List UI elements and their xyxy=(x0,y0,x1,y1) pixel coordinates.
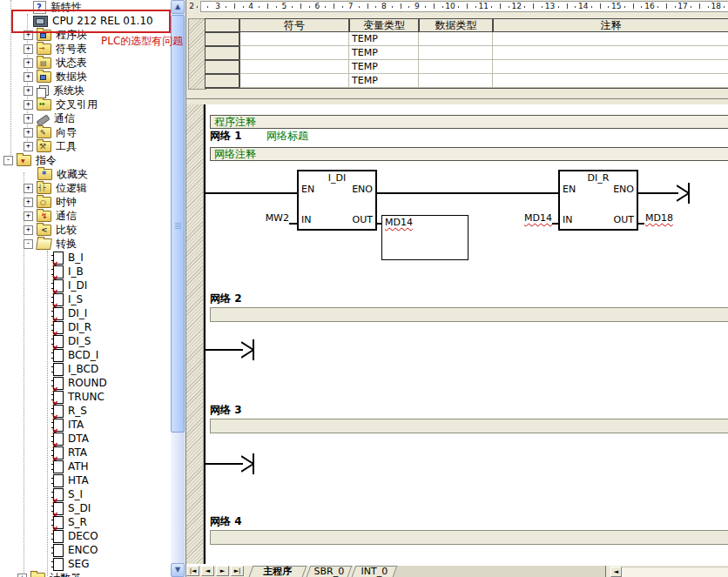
tree-item[interactable]: S_DI xyxy=(0,501,171,515)
expand-icon[interactable]: + xyxy=(24,128,33,138)
network-3-comment-bar[interactable] xyxy=(210,419,728,433)
tree-item[interactable]: S_R xyxy=(0,515,171,529)
tree-item[interactable]: +通信 xyxy=(0,209,171,223)
network-4-comment-bar[interactable] xyxy=(210,530,728,545)
tree-item[interactable]: I_BCD xyxy=(0,362,171,376)
network-4-label[interactable]: 网络 4 xyxy=(210,515,242,527)
table-cell[interactable] xyxy=(239,60,349,74)
function-block-i-di[interactable]: I_DI EN ENO IN OUT xyxy=(297,170,377,231)
table-cell[interactable] xyxy=(239,46,349,60)
tree-item[interactable]: TRUNC xyxy=(0,390,171,404)
tree-item[interactable]: ATH xyxy=(0,460,171,473)
tree-item[interactable]: +通信 xyxy=(0,111,171,125)
expand-icon[interactable]: + xyxy=(24,198,33,207)
tree-item[interactable]: HTA xyxy=(0,473,171,487)
table-row-header[interactable] xyxy=(205,46,239,60)
tree-item[interactable]: +工具 xyxy=(0,139,171,153)
operand-selection-box[interactable]: MD14 xyxy=(381,215,468,260)
tree-item[interactable]: +状态表 xyxy=(0,56,171,70)
function-block-di-r[interactable]: DI_R EN ENO IN OUT xyxy=(558,170,638,231)
tree-item[interactable]: ENCO xyxy=(0,543,171,557)
table-cell[interactable] xyxy=(493,74,728,88)
table-cell[interactable] xyxy=(493,60,728,74)
tree-item[interactable]: DTA xyxy=(0,432,171,446)
operand-md14[interactable]: MD14 xyxy=(385,218,413,228)
tree-item[interactable]: +位逻辑 xyxy=(0,181,171,195)
operand-md14[interactable]: MD14 xyxy=(523,213,552,224)
operand-md18[interactable]: MD18 xyxy=(645,213,673,224)
tree-item[interactable]: I_S xyxy=(0,292,171,306)
hscroll-left-icon[interactable]: ◄ xyxy=(610,567,622,577)
network-1-label[interactable]: 网络 1 xyxy=(210,130,242,142)
tree-item[interactable]: DI_I xyxy=(0,306,171,320)
collapse-icon[interactable]: - xyxy=(3,156,13,165)
tree-item[interactable]: RTA xyxy=(0,446,171,460)
tree-item[interactable]: DI_S xyxy=(0,334,171,348)
ladder-editor[interactable]: 程序注释 网络 1 网络标题 网络注释 I_DI EN ENO IN OUT M… xyxy=(185,104,728,564)
tree-item[interactable]: 收藏夹 xyxy=(0,167,171,181)
tree-item[interactable]: +数据块 xyxy=(0,70,171,84)
expand-icon[interactable]: + xyxy=(24,72,33,82)
tab-nav-next-button[interactable]: ► xyxy=(216,566,229,576)
table-cell[interactable]: TEMP xyxy=(349,74,419,88)
tab-INT_0[interactable]: INT_0 xyxy=(352,566,398,577)
expand-icon[interactable]: + xyxy=(24,225,33,235)
table-cell[interactable] xyxy=(419,46,493,60)
collapse-icon[interactable]: - xyxy=(24,239,33,249)
table-cell[interactable] xyxy=(239,32,349,46)
tree-item[interactable]: B_I xyxy=(0,251,171,265)
tab-SBR_0[interactable]: SBR_0 xyxy=(307,566,353,577)
tree-item[interactable]: +比较 xyxy=(0,223,171,237)
tree-item[interactable]: ROUND xyxy=(0,376,171,390)
table-cell[interactable] xyxy=(419,60,493,74)
table-cell[interactable] xyxy=(419,32,493,46)
expand-icon[interactable]: + xyxy=(24,114,33,124)
program-comment-box[interactable]: 程序注释 xyxy=(210,115,728,129)
scroll-down-icon[interactable]: ▼ xyxy=(171,563,185,577)
tree-item[interactable]: +系统块 xyxy=(0,84,171,97)
table-row-header[interactable] xyxy=(205,74,239,88)
tree-item[interactable]: S_I xyxy=(0,487,171,501)
expand-icon[interactable]: + xyxy=(24,100,33,110)
table-cell[interactable]: TEMP xyxy=(349,60,419,74)
tab-nav-last-button[interactable]: ►| xyxy=(231,566,244,576)
tree-item[interactable]: ITA xyxy=(0,418,171,432)
expand-icon[interactable]: + xyxy=(24,44,33,54)
network-2-comment-bar[interactable] xyxy=(210,307,728,322)
tab-nav-prev-button[interactable]: ◄ xyxy=(201,566,214,576)
network-1-title[interactable]: 网络标题 xyxy=(266,130,308,142)
tree-item[interactable]: SEG xyxy=(0,557,171,571)
scroll-up-icon[interactable]: ▲ xyxy=(171,0,185,14)
tree-item[interactable]: -指令 xyxy=(0,153,171,167)
network-2-label[interactable]: 网络 2 xyxy=(210,292,242,305)
network-3-label[interactable]: 网络 3 xyxy=(210,404,242,416)
operand-mw2[interactable]: MW2 xyxy=(260,213,289,224)
expand-icon[interactable]: + xyxy=(17,574,27,577)
table-cell[interactable] xyxy=(493,32,728,46)
table-cell[interactable] xyxy=(239,74,349,88)
scrollbar-thumb[interactable] xyxy=(171,15,185,433)
horizontal-scrollbar-track[interactable] xyxy=(622,567,728,577)
expand-icon[interactable]: + xyxy=(24,142,33,151)
expand-icon[interactable]: + xyxy=(24,184,33,193)
tree-item[interactable]: -转换 xyxy=(0,237,171,251)
tree-item[interactable]: +时钟 xyxy=(0,195,171,209)
expand-icon[interactable]: + xyxy=(24,211,33,221)
table-row-header[interactable] xyxy=(205,60,239,74)
tree-item[interactable]: +交叉引用 xyxy=(0,97,171,111)
table-cell[interactable] xyxy=(493,46,728,60)
table-cell[interactable]: TEMP xyxy=(349,32,419,46)
tree-item[interactable]: BCD_I xyxy=(0,348,171,362)
tree-item[interactable]: I_DI xyxy=(0,278,171,292)
tab-主程序[interactable]: 主程序 xyxy=(249,566,307,577)
tree-item[interactable]: DI_R xyxy=(0,320,171,334)
table-cell[interactable]: TEMP xyxy=(349,46,419,60)
tree-item[interactable]: R_S xyxy=(0,404,171,418)
network-1-comment-box[interactable]: 网络注释 xyxy=(210,147,728,161)
expand-icon[interactable]: + xyxy=(24,86,33,96)
expand-icon[interactable]: + xyxy=(24,58,33,68)
tree-vertical-scrollbar[interactable]: ▲ ▼ xyxy=(171,0,185,577)
table-row-header[interactable] xyxy=(205,32,239,46)
tree-item[interactable]: I_B xyxy=(0,265,171,278)
table-cell[interactable] xyxy=(419,74,493,88)
